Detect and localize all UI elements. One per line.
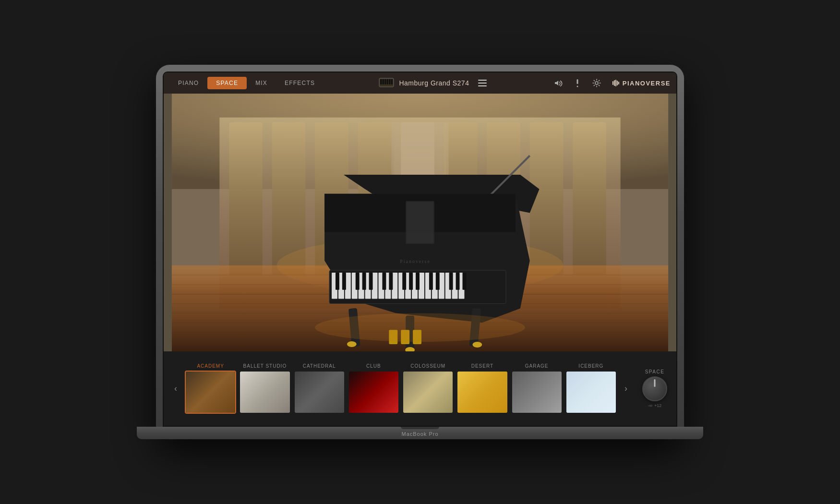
svg-point-9 [595, 82, 598, 84]
svg-rect-63 [362, 273, 366, 290]
space-knob-range: -∞ +12 [648, 403, 662, 408]
svg-rect-62 [356, 273, 360, 290]
tab-mix[interactable]: MIX [247, 77, 276, 89]
svg-rect-72 [449, 273, 453, 290]
instrument-name: Hamburg Grand S274 [399, 79, 469, 87]
svg-text:Pianoverse: Pianoverse [400, 259, 431, 264]
svg-point-8 [576, 86, 578, 87]
space-item-colosseum[interactable]: COLOSSEUM [402, 363, 454, 414]
space-item-garage[interactable]: GARAGE [511, 363, 563, 414]
space-item-desert[interactable]: DESERT [456, 363, 508, 414]
svg-rect-70 [429, 273, 433, 290]
svg-rect-67 [402, 273, 406, 290]
knob-max: +12 [654, 403, 661, 408]
brand-logo: PIANOVERSE [612, 79, 671, 87]
space-label-academy: ACADEMY [197, 363, 224, 369]
space-thumb-cathedral[interactable] [294, 371, 345, 414]
svg-rect-71 [436, 273, 440, 290]
svg-rect-13 [617, 81, 618, 85]
space-selector-bar: ‹ ACADEMY BALLET STUDIO [164, 351, 676, 426]
space-label-cathedral: CATHEDRAL [303, 363, 336, 369]
space-knob-panel: SPACE -∞ +12 [638, 369, 672, 408]
svg-rect-2 [383, 79, 384, 84]
svg-rect-7 [576, 79, 578, 84]
tab-piano[interactable]: PIANO [169, 77, 207, 89]
menu-button[interactable] [475, 75, 490, 91]
svg-rect-26 [573, 122, 606, 275]
svg-rect-14 [618, 82, 619, 84]
space-thumb-desert[interactable] [456, 371, 508, 414]
space-thumb-club[interactable] [348, 371, 399, 414]
svg-rect-65 [382, 273, 386, 290]
space-label-iceberg: ICEBERG [578, 363, 603, 369]
spaces-list: ACADEMY BALLET STUDIO CATHED [183, 363, 619, 414]
space-thumb-academy[interactable] [185, 371, 236, 414]
svg-rect-69 [416, 273, 420, 290]
space-thumb-ballet-studio[interactable] [239, 371, 290, 414]
svg-rect-12 [615, 80, 616, 86]
svg-rect-74 [463, 273, 467, 290]
brand-name: PIANOVERSE [623, 80, 671, 87]
svg-rect-64 [369, 273, 373, 290]
space-item-cathedral[interactable]: CATHEDRAL [294, 363, 345, 414]
svg-rect-6 [391, 79, 393, 84]
tab-space[interactable]: SPACE [207, 77, 247, 89]
svg-rect-5 [389, 79, 391, 84]
alert-icon[interactable] [570, 75, 585, 91]
svg-rect-86 [407, 202, 433, 243]
settings-icon[interactable] [589, 75, 604, 91]
svg-rect-61 [342, 273, 346, 290]
space-label-colosseum: COLOSSEUM [410, 363, 445, 369]
space-item-iceberg[interactable]: ICEBERG [565, 363, 617, 414]
app-container: PIANO SPACE MIX EFFECTS [164, 72, 676, 426]
scroll-left-arrow[interactable]: ‹ [168, 377, 183, 401]
right-controls: PIANOVERSE [551, 75, 671, 91]
svg-rect-10 [612, 81, 613, 85]
laptop-frame: PIANO SPACE MIX EFFECTS [156, 65, 684, 439]
top-nav: PIANO SPACE MIX EFFECTS [164, 72, 676, 94]
piano-icon [378, 76, 395, 90]
scroll-right-arrow[interactable]: › [619, 377, 633, 401]
piano-stage: Pianoverse [164, 94, 676, 351]
svg-rect-18 [229, 122, 263, 275]
space-label-garage: GARAGE [525, 363, 549, 369]
svg-rect-4 [387, 79, 389, 84]
svg-rect-60 [336, 273, 339, 290]
tab-effects[interactable]: EFFECTS [276, 77, 324, 89]
space-item-club[interactable]: CLUB [348, 363, 399, 414]
space-thumb-colosseum[interactable] [402, 371, 454, 414]
space-item-academy[interactable]: ACADEMY [185, 363, 236, 414]
space-thumb-garage[interactable] [511, 371, 563, 414]
svg-point-80 [472, 342, 482, 348]
space-label-desert: DESERT [471, 363, 493, 369]
svg-rect-68 [409, 273, 413, 290]
space-label-club: CLUB [366, 363, 381, 369]
svg-rect-3 [384, 79, 386, 84]
svg-rect-11 [614, 80, 615, 86]
screen-bezel: PIANO SPACE MIX EFFECTS [163, 72, 677, 427]
knob-min: -∞ [648, 403, 652, 408]
macbook-label: MacBook Pro [401, 431, 438, 437]
stage-scene: Pianoverse [164, 94, 676, 351]
svg-point-87 [315, 313, 525, 342]
space-knob[interactable] [642, 376, 667, 401]
space-label-ballet-studio: BALLET STUDIO [243, 363, 287, 369]
svg-point-79 [347, 341, 357, 347]
svg-rect-1 [380, 79, 382, 84]
volume-icon[interactable] [551, 75, 566, 91]
space-thumb-iceberg[interactable] [565, 371, 617, 414]
laptop-bottom: MacBook Pro [137, 427, 703, 439]
svg-rect-73 [456, 273, 460, 290]
svg-rect-66 [389, 273, 393, 290]
space-item-ballet-studio[interactable]: BALLET STUDIO [239, 363, 290, 414]
space-knob-label: SPACE [645, 369, 665, 374]
